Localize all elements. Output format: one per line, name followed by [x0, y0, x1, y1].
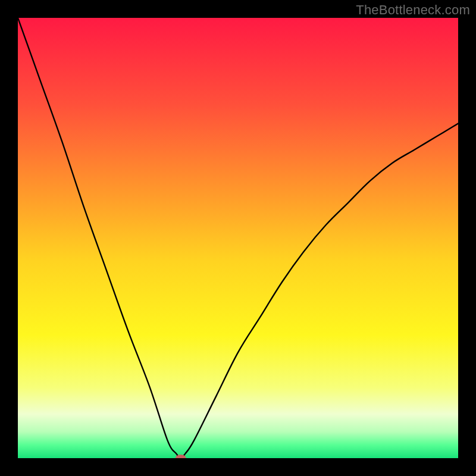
plot-area [18, 18, 458, 458]
gradient-background [18, 18, 458, 458]
bottleneck-chart [18, 18, 458, 458]
watermark-text: TheBottleneck.com [356, 2, 470, 18]
chart-frame: TheBottleneck.com [0, 0, 476, 476]
